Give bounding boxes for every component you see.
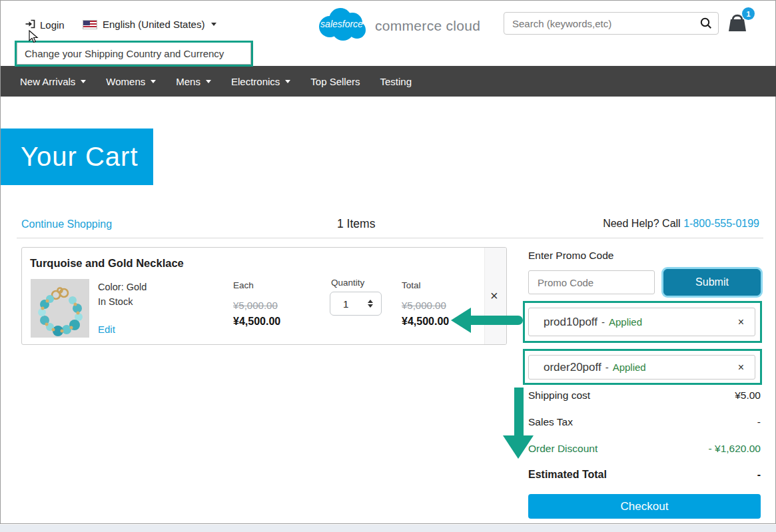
nav-item-testing[interactable]: Testing — [370, 66, 422, 97]
edit-link[interactable]: Edit — [98, 324, 115, 335]
help-phone-link[interactable]: 1-800-555-0199 — [683, 218, 759, 229]
checkout-button[interactable]: Checkout — [528, 494, 761, 519]
search-icon — [700, 17, 712, 29]
total-sale-price: ¥4,500.00 — [402, 316, 449, 328]
each-label: Each — [233, 280, 254, 290]
applied-promo-order20poff: order20poff - Applied × — [528, 355, 755, 380]
applied-promo-prod10poff: prod10poff - Applied × — [528, 308, 755, 336]
brand-product-label: commerce cloud — [375, 18, 480, 34]
remove-item-button[interactable]: × — [490, 289, 498, 302]
promo-status: Applied — [613, 362, 646, 373]
promo-separator: - — [605, 362, 609, 373]
shipping-cost-row: Shipping cost ¥5.00 — [528, 390, 761, 403]
each-original-price: ¥5,000.00 — [233, 300, 280, 311]
page-title: Your Cart — [1, 129, 153, 185]
promo-status: Applied — [609, 316, 642, 328]
remove-promo-button[interactable]: × — [738, 362, 744, 374]
nav-item-mens[interactable]: Mens — [166, 66, 221, 97]
product-color: Color: Gold — [98, 280, 147, 294]
spinner-icon — [368, 300, 373, 308]
product-attributes: Color: Gold In Stock — [98, 280, 147, 309]
remove-promo-button[interactable]: × — [738, 316, 744, 328]
promo-code-text: prod10poff — [544, 316, 597, 329]
each-sale-price: ¥4,500.00 — [233, 316, 280, 328]
tooltip-annotation-box: Change your Shipping Country and Currenc… — [15, 41, 253, 67]
order-discount-row: Order Discount - ¥1,620.00 — [528, 443, 761, 456]
product-name: Turquoise and Gold Necklace — [30, 257, 184, 270]
shipping-country-tooltip: Change your Shipping Country and Currenc… — [17, 43, 251, 65]
promo-code-input[interactable] — [528, 270, 655, 294]
estimated-total-row: Estimated Total - — [528, 469, 761, 482]
promo-submit-button[interactable]: Submit — [663, 269, 761, 296]
nav-item-womens[interactable]: Womens — [96, 66, 166, 97]
items-count: 1 Items — [337, 217, 375, 231]
mouse-cursor-icon — [29, 30, 39, 45]
continue-shopping-link[interactable]: Continue Shopping — [21, 218, 112, 230]
total-price-column: Total ¥5,000.00 ¥4,500.00 — [402, 279, 449, 328]
brand-wordmark: salesforce — [320, 19, 363, 29]
product-image — [31, 279, 89, 338]
footer-strip — [0, 525, 776, 532]
sales-tax-value: - — [757, 416, 761, 429]
login-label: Login — [40, 19, 65, 31]
chevron-down-icon — [211, 23, 216, 26]
locale-selector[interactable]: English (United States) — [83, 19, 216, 30]
estimated-total-value: - — [757, 469, 761, 482]
cart-count-badge: 1 — [742, 7, 755, 20]
chevron-down-icon — [151, 80, 156, 83]
order-discount-value: - ¥1,620.00 — [709, 443, 761, 456]
minicart-button[interactable]: 1 — [726, 11, 753, 38]
quantity-label: Quantity — [331, 278, 364, 288]
total-original-price: ¥5,000.00 — [402, 300, 449, 311]
nav-item-new-arrivals[interactable]: New Arrivals — [10, 66, 96, 97]
search-input[interactable] — [504, 18, 694, 29]
browser-page: Login English (United States) Change you… — [0, 0, 776, 524]
chevron-down-icon — [206, 80, 211, 83]
divider — [17, 238, 763, 238]
product-availability: In Stock — [98, 294, 147, 309]
quantity-stepper[interactable]: 1 — [330, 292, 382, 316]
down-arrow-annotation-icon — [502, 388, 534, 459]
promo-code-text: order20poff — [544, 361, 601, 374]
us-flag-icon — [83, 20, 97, 29]
sales-tax-row: Sales Tax - — [528, 416, 761, 429]
left-arrow-annotation-icon — [451, 308, 523, 333]
brand-logo[interactable]: salesforce commerce cloud — [315, 5, 480, 42]
chevron-down-icon — [81, 80, 86, 83]
main-nav: New Arrivals Womens Mens Electronics Top… — [1, 66, 776, 97]
shipping-cost-value: ¥5.00 — [735, 390, 761, 403]
need-help-text: Need Help? Call 1-800-555-0199 — [603, 218, 759, 230]
cart-line-item: Turquoise and Gold Necklace — [21, 247, 507, 345]
search-button[interactable] — [694, 13, 718, 34]
nav-item-electronics[interactable]: Electronics — [221, 66, 300, 97]
nav-item-top-sellers[interactable]: Top Sellers — [300, 66, 370, 97]
promo-heading: Enter Promo Code — [528, 250, 613, 262]
locale-label: English (United States) — [103, 19, 204, 30]
chevron-down-icon — [285, 80, 290, 83]
quantity-value: 1 — [343, 298, 368, 310]
search-box — [504, 12, 719, 35]
each-price-column: Each ¥5,000.00 ¥4,500.00 — [233, 279, 280, 328]
total-label: Total — [402, 280, 421, 290]
salesforce-cloud-icon: salesforce — [315, 5, 368, 42]
promo-separator: - — [601, 316, 605, 328]
